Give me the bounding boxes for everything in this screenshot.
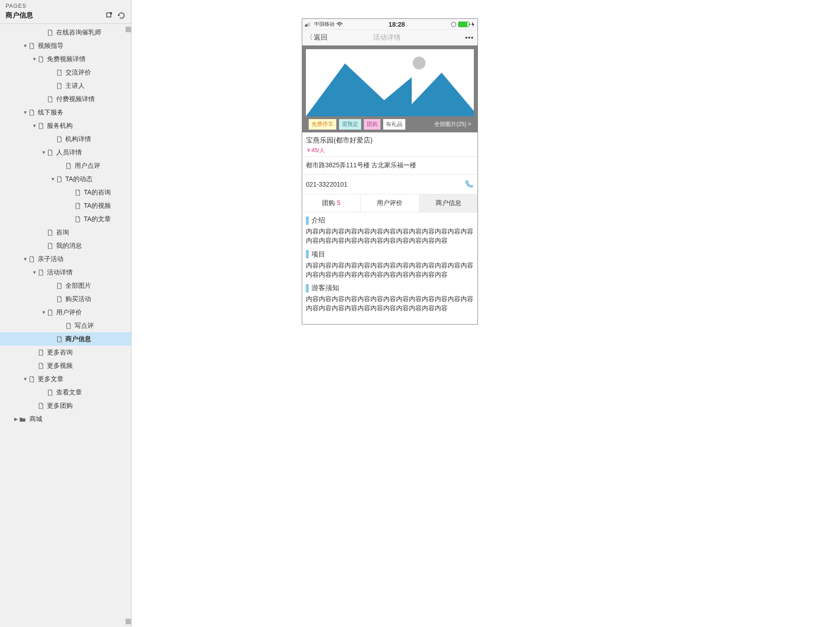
tree-item-label: 亲子活动 <box>38 255 63 263</box>
tree-item[interactable]: ▼全部图片 <box>0 279 131 292</box>
tree-item-label: 更多团购 <box>47 402 73 410</box>
page-icon <box>56 83 63 89</box>
tree-item-label: 咨询 <box>56 228 69 237</box>
page-icon <box>47 243 53 249</box>
detail-tab[interactable]: 团购 5 <box>302 194 361 212</box>
pages-tree[interactable]: ▼在线咨询催乳师▼视频指导▼免费视频详情▼交流评价▼主讲人▼付费视频详情▼线下服… <box>0 24 131 627</box>
page-icon <box>75 216 81 222</box>
sections: 介绍内容内容内容内容内容内容内容内容内容内容内容内容内容内容内容内容内容内容内容… <box>302 212 478 314</box>
svg-rect-0 <box>305 25 306 27</box>
page-icon <box>38 56 44 63</box>
tree-item[interactable]: ▼更多视频 <box>0 359 131 372</box>
chevron-down-icon[interactable]: ▼ <box>22 256 29 262</box>
section-title-text: 游客须知 <box>311 284 339 292</box>
sync-icon <box>451 22 456 27</box>
tree-item[interactable]: ▼查看文章 <box>0 386 131 399</box>
page-icon <box>38 363 44 369</box>
tree-item[interactable]: ▼主讲人 <box>0 79 131 92</box>
phone-status-bar: 中国移动 18:28 <box>302 19 478 30</box>
tree-item[interactable]: ▼亲子活动 <box>0 252 131 266</box>
tree-item[interactable]: ▼人员详情 <box>0 146 131 159</box>
tree-item[interactable]: ▼活动详情 <box>0 266 131 279</box>
status-time: 18:28 <box>389 21 405 28</box>
tree-item[interactable]: ▼写点评 <box>0 319 131 332</box>
tree-item[interactable]: ▶商城 <box>0 412 131 426</box>
tree-item[interactable]: ▼用户评价 <box>0 306 131 319</box>
tree-item[interactable]: ▼更多团购 <box>0 399 131 412</box>
address-row[interactable]: 都市路3825弄111号楼 古北家乐福一楼 <box>302 157 478 175</box>
chevron-down-icon[interactable]: ▼ <box>40 150 47 155</box>
tree-item-label: 全部图片 <box>65 282 91 290</box>
section-title: 介绍 <box>306 216 474 225</box>
mountain-icon <box>400 73 474 116</box>
pages-section-label: PAGES <box>6 3 126 9</box>
chevron-down-icon[interactable]: ▼ <box>31 57 38 62</box>
page-icon <box>47 229 53 236</box>
tree-item-label: 购买活动 <box>65 295 91 303</box>
svg-rect-2 <box>308 23 309 27</box>
page-icon <box>65 323 72 329</box>
chevron-down-icon[interactable]: ▼ <box>22 376 29 382</box>
chevron-down-icon[interactable]: ▼ <box>31 123 38 128</box>
refresh-icon[interactable] <box>117 11 126 20</box>
tree-item[interactable]: ▼我的消息 <box>0 239 131 252</box>
chevron-down-icon[interactable]: ▼ <box>31 270 38 275</box>
tree-item[interactable]: ▼服务机构 <box>0 119 131 132</box>
charging-icon <box>471 22 475 27</box>
tree-item-label: 视频指导 <box>38 42 63 50</box>
tree-item[interactable]: ▼更多咨询 <box>0 346 131 359</box>
tree-item[interactable]: ▼在线咨询催乳师 <box>0 26 131 39</box>
page-icon <box>38 123 44 129</box>
tree-item-label: 商城 <box>29 415 42 423</box>
tree-item[interactable]: ▼付费视频详情 <box>0 92 131 106</box>
tree-item[interactable]: ▼TA的动态 <box>0 172 131 186</box>
detail-tab[interactable]: 商户信息 <box>420 194 478 212</box>
chevron-down-icon[interactable]: ▼ <box>22 43 29 48</box>
design-canvas[interactable]: 中国移动 18:28 〈 返回 活动详情 ••• 免费停 <box>132 0 840 627</box>
tree-item-label: TA的视频 <box>84 202 111 210</box>
hero-wrap: 免费停车需预定团购有礼品全部图片(25) > <box>302 46 478 132</box>
chevron-down-icon[interactable]: ▼ <box>50 177 56 182</box>
page-icon <box>29 109 35 116</box>
section-title: 项目 <box>306 250 474 259</box>
chevron-right-icon[interactable]: ▶ <box>13 416 19 422</box>
all-photos-link[interactable]: 全部图片(25) > <box>434 120 471 128</box>
phone-row[interactable]: 021-33220101 <box>302 175 478 194</box>
export-icon[interactable] <box>105 11 114 20</box>
chevron-down-icon[interactable]: ▼ <box>22 110 29 115</box>
section-body: 内容内容内容内容内容内容内容内容内容内容内容内容内容内容内容内容内容内容内容内容… <box>306 227 474 245</box>
tree-item[interactable]: ▼免费视频详情 <box>0 52 131 66</box>
scroll-up-arrow-icon[interactable] <box>126 27 131 32</box>
detail-tab[interactable]: 用户评价 <box>361 194 419 212</box>
wifi-icon <box>336 22 343 27</box>
tree-item[interactable]: ▼TA的视频 <box>0 199 131 212</box>
tree-item[interactable]: ▼TA的咨询 <box>0 186 131 199</box>
carrier-label: 中国移动 <box>314 21 334 28</box>
more-button[interactable]: ••• <box>465 34 474 41</box>
chevron-down-icon[interactable]: ▼ <box>40 310 47 315</box>
scroll-down-arrow-icon[interactable] <box>126 619 131 624</box>
tree-item[interactable]: ▼更多文章 <box>0 372 131 386</box>
page-icon <box>47 309 53 316</box>
phone-icon[interactable] <box>464 179 474 189</box>
tree-item[interactable]: ▼商户信息 <box>0 332 131 346</box>
tree-item[interactable]: ▼咨询 <box>0 226 131 239</box>
page-icon <box>56 69 63 76</box>
tree-item-label: 更多咨询 <box>47 348 73 357</box>
section-title: 游客须知 <box>306 284 474 292</box>
page-icon <box>38 269 44 276</box>
tree-item[interactable]: ▼线下服务 <box>0 106 131 119</box>
tree-item[interactable]: ▼交流评价 <box>0 66 131 79</box>
tree-item-label: 人员详情 <box>56 148 82 157</box>
tree-item[interactable]: ▼机构详情 <box>0 132 131 146</box>
tab-label: 团购 <box>322 199 335 206</box>
tree-item-label: 我的消息 <box>56 242 82 250</box>
hero-image-placeholder[interactable] <box>306 49 474 116</box>
tree-item-label: TA的文章 <box>84 215 111 223</box>
tree-item[interactable]: ▼用户点评 <box>0 159 131 172</box>
shop-name: 宝燕乐园(都市好爱店) <box>306 136 474 145</box>
tree-item[interactable]: ▼TA的文章 <box>0 212 131 226</box>
page-icon <box>47 96 53 103</box>
tree-item[interactable]: ▼视频指导 <box>0 39 131 52</box>
tree-item[interactable]: ▼购买活动 <box>0 292 131 306</box>
